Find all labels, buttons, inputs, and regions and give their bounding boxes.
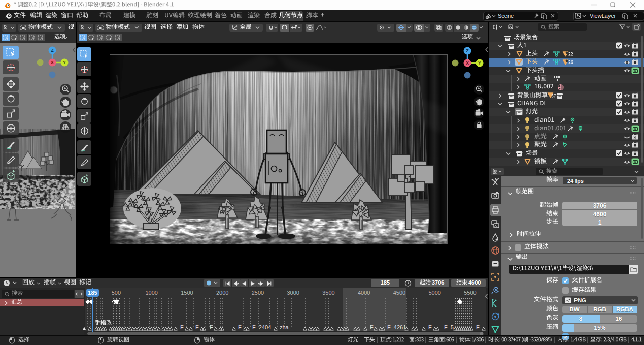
svg-text:Y: Y [478, 60, 481, 66]
svg-text:X: X [466, 60, 469, 66]
svg-text:Z: Z [466, 48, 469, 53]
svg-text:X: X [51, 60, 54, 65]
svg-text:Y: Y [63, 60, 66, 65]
svg-text:Z: Z [51, 48, 54, 53]
